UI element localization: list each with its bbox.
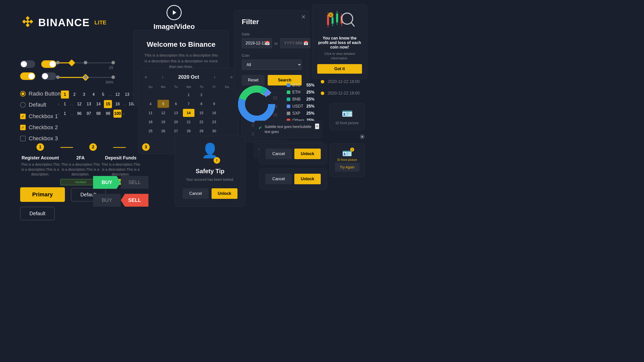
toggle-3[interactable]	[20, 72, 35, 80]
toggle-1[interactable]	[20, 60, 35, 68]
filter-date-to-container: 📅	[280, 38, 310, 48]
cal-day-19[interactable]: 19	[157, 118, 169, 126]
svg-marker-4	[26, 20, 30, 24]
page-5[interactable]: 5	[99, 90, 107, 99]
filter-close-button[interactable]: ✕	[301, 14, 306, 20]
cal-day-30[interactable]: 30	[208, 127, 220, 135]
cal-day-25[interactable]: 25	[145, 127, 156, 135]
cal-day-29[interactable]: 29	[195, 127, 207, 135]
legend-dot-usdt	[287, 105, 290, 108]
cal-day-1[interactable]: 1	[183, 91, 195, 99]
page-r2-15[interactable]: 15	[104, 100, 112, 108]
default-button-2[interactable]: Default	[20, 207, 55, 220]
filter-title: Filter	[242, 18, 302, 26]
timeline-item-3: 2020-12-22 18:00	[321, 91, 376, 96]
id-card-close-button[interactable]: ✕	[360, 134, 365, 139]
page-prev-2[interactable]: ‹	[58, 102, 59, 107]
got-it-button[interactable]: Got it	[317, 64, 362, 74]
cal-day-18[interactable]: 18	[145, 118, 156, 126]
page-prev-3[interactable]: ‹	[58, 111, 59, 116]
primary-button[interactable]: Primary	[20, 187, 65, 202]
slider-1-label: 25	[58, 65, 113, 70]
page-prev-1[interactable]: ‹	[58, 92, 59, 97]
cal-day-9[interactable]: 9	[208, 100, 220, 108]
unlock-confirm-1[interactable]: Unlock	[294, 149, 321, 159]
promo-title: You can know the profit and loss of each…	[317, 36, 362, 50]
page-r3-99[interactable]: 99	[104, 110, 112, 118]
play-icon[interactable]	[167, 5, 182, 20]
page-2[interactable]: 2	[70, 90, 78, 99]
page-r2-13[interactable]: 13	[85, 100, 93, 108]
checkbox-item-1[interactable]: ✓ Checkbox 1	[20, 113, 58, 120]
cal-day-5[interactable]: 5	[157, 100, 169, 108]
calendar-header: « ‹ 2020 Oct › »	[145, 74, 233, 80]
cal-day-20[interactable]: 20	[170, 118, 182, 126]
cal-day-8[interactable]: 8	[195, 100, 207, 108]
page-12[interactable]: 12	[113, 90, 122, 99]
page-r3-97[interactable]: 97	[85, 110, 93, 118]
page-r3-1[interactable]: 1	[61, 110, 69, 118]
cal-day-11[interactable]: 11	[145, 109, 156, 117]
id-card-retry-label: ID front picture	[335, 158, 359, 162]
unlock-buttons-1: Cancel Unlock	[265, 149, 321, 159]
cal-day-21[interactable]: 21	[183, 118, 195, 126]
page-3[interactable]: 3	[80, 90, 88, 99]
safety-unlock-button[interactable]: Unlock	[212, 188, 237, 199]
page-4[interactable]: 4	[90, 90, 98, 99]
page-13[interactable]: 13	[123, 90, 131, 99]
donut-container: BTC 55% ETH 25% BNB 25% USDT 25% SXP	[236, 83, 314, 125]
page-next-3[interactable]: ›	[123, 111, 125, 116]
checkbox-item-2[interactable]: ✓ Checkbox 2	[20, 124, 58, 131]
buy-inactive-2[interactable]: BUY	[93, 194, 121, 207]
toggle-4[interactable]	[41, 72, 56, 80]
page-1[interactable]: 1	[61, 90, 69, 99]
legend-pct-sxp: 25%	[306, 111, 314, 116]
cal-day-6[interactable]: 6	[170, 100, 182, 108]
step-connector-2	[113, 147, 126, 148]
welcome-title: Welcome to Binance	[144, 40, 219, 49]
page-r2-12[interactable]: 12	[75, 100, 83, 108]
step-circle-1: 1	[36, 143, 44, 151]
page-r2-14[interactable]: 14	[94, 100, 102, 108]
svg-point-19	[342, 13, 353, 24]
toast-success-close[interactable]: ✕	[315, 123, 319, 129]
svg-marker-0	[26, 16, 30, 20]
cal-day-28[interactable]: 28	[183, 127, 195, 135]
page-r3-96[interactable]: 96	[75, 110, 83, 118]
cal-day-22[interactable]: 22	[195, 118, 207, 126]
legend-bnb: BNB 25%	[287, 97, 314, 102]
cal-day-16[interactable]: 16	[208, 109, 220, 117]
page-r3-100[interactable]: 100	[113, 110, 122, 118]
sell-inactive-1[interactable]: SELL	[121, 176, 148, 189]
filter-coin-select[interactable]: All	[242, 60, 302, 70]
cal-day-14[interactable]: 14	[183, 109, 195, 117]
unlock-cancel-1[interactable]: Cancel	[265, 149, 292, 159]
slider-2-track	[58, 77, 113, 78]
safety-cancel-button[interactable]: Cancel	[183, 188, 209, 199]
try-again-button[interactable]: Try Again	[335, 163, 359, 172]
unlock-confirm-2[interactable]: Unlock	[294, 174, 321, 184]
page-r3-98[interactable]: 98	[94, 110, 102, 118]
buysell-area: BUY SELL BUY SELL	[93, 176, 148, 212]
unlock-cancel-2[interactable]: Cancel	[265, 174, 292, 184]
cal-nav-prev-prev[interactable]: «	[145, 74, 147, 80]
cal-day-15[interactable]: 15	[195, 109, 207, 117]
cal-day-7[interactable]: 7	[183, 100, 195, 108]
cal-day-23[interactable]: 23	[208, 118, 220, 126]
cal-day-27[interactable]: 27	[170, 127, 182, 135]
page-r2-16[interactable]: 16	[113, 100, 122, 108]
buy-button-1[interactable]: BUY	[93, 176, 121, 189]
cal-day-2[interactable]: 2	[195, 91, 207, 99]
page-r2-1[interactable]: 1	[61, 100, 69, 108]
toggle-2[interactable]	[41, 60, 56, 68]
cal-day-4[interactable]: 4	[145, 100, 156, 108]
cal-day-12[interactable]: 12	[157, 109, 169, 117]
cal-day-26[interactable]: 26	[157, 127, 169, 135]
cal-day-13[interactable]: 13	[170, 109, 182, 117]
cal-nav-next-next[interactable]: »	[230, 74, 233, 80]
svg-marker-5	[173, 10, 176, 15]
sell-button-2[interactable]: SELL	[121, 194, 148, 207]
safety-buttons: Cancel Unlock	[183, 188, 237, 199]
cal-nav-next[interactable]: ›	[214, 74, 215, 80]
cal-nav-prev[interactable]: ‹	[162, 74, 164, 80]
